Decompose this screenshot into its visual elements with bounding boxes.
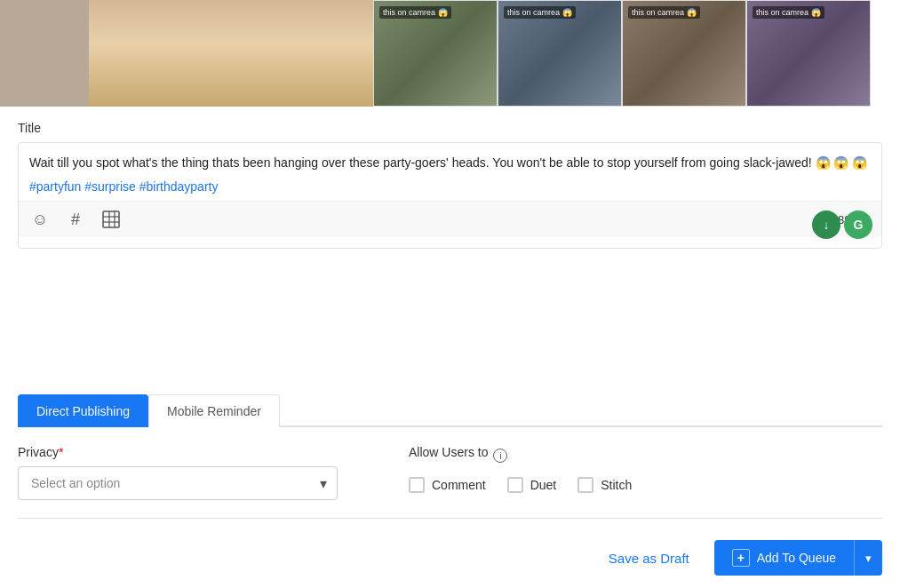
main-preview <box>0 0 373 107</box>
thumb-overlay-2: this on camrea 😱 <box>504 6 576 19</box>
text-editor[interactable]: Wait till you spot what's the thing that… <box>18 142 882 249</box>
allow-label-row: Allow Users to i <box>409 445 882 466</box>
comment-checkbox[interactable] <box>409 477 425 493</box>
hashtag-icon[interactable]: # <box>65 209 86 230</box>
chevron-down-icon: ▾ <box>865 552 872 565</box>
title-label: Title <box>18 121 882 135</box>
thumbnail-item[interactable]: this on camrea 😱 <box>622 0 746 107</box>
tab-mobile-reminder[interactable]: Mobile Reminder <box>148 394 280 427</box>
grammar-buttons: ↓ G <box>812 211 872 239</box>
thumbnail-item[interactable]: this on camrea 😱 <box>373 0 498 107</box>
main-content: Title Wait till you spot what's the thin… <box>0 107 900 391</box>
thumbnail-strip: this on camrea 😱 this on camrea 😱 this o… <box>373 0 900 107</box>
editor-toolbar: ☺ # 188 # <box>19 201 881 237</box>
grammar-btn-2[interactable]: G <box>844 211 872 239</box>
add-queue-dropdown-button[interactable]: ▾ <box>854 540 882 576</box>
add-queue-label: Add To Queue <box>757 551 836 565</box>
thumb-overlay-1: this on camrea 😱 <box>379 6 451 19</box>
duet-label: Duet <box>530 478 557 492</box>
checkbox-comment[interactable]: Comment <box>409 477 486 493</box>
thumbnail-item[interactable]: this on camrea 😱 <box>498 0 622 107</box>
plus-icon: + <box>732 549 750 567</box>
checkbox-duet[interactable]: Duet <box>507 477 557 493</box>
media-section: this on camrea 😱 this on camrea 😱 this o… <box>0 0 900 107</box>
page-wrapper: this on camrea 😱 this on camrea 😱 this o… <box>0 0 900 588</box>
info-icon[interactable]: i <box>493 449 507 463</box>
add-queue-group: + Add To Queue ▾ <box>714 540 882 576</box>
restaurant-scene <box>89 0 373 107</box>
preview-left-panel <box>0 0 89 107</box>
tab-direct-publishing[interactable]: Direct Publishing <box>18 394 148 427</box>
privacy-select-wrapper: Select an option Public Friends Only Me … <box>18 466 338 500</box>
thumbnail-item[interactable]: this on camrea 😱 <box>746 0 871 107</box>
tabs-section: Direct Publishing Mobile Reminder <box>0 394 900 427</box>
add-to-queue-button[interactable]: + Add To Queue <box>714 540 854 576</box>
stitch-checkbox[interactable] <box>577 477 593 493</box>
allow-users-label: Allow Users to <box>409 445 488 459</box>
checkboxes-row: Comment Duet Stitch <box>409 477 882 493</box>
table-icon[interactable] <box>100 209 122 230</box>
required-star: * <box>59 445 63 459</box>
thumb-overlay-3: this on camrea 😱 <box>628 6 700 19</box>
duet-checkbox[interactable] <box>507 477 523 493</box>
stitch-label: Stitch <box>601 478 632 492</box>
save-draft-button[interactable]: Save as Draft <box>598 544 700 573</box>
privacy-group: Privacy* Select an option Public Friends… <box>18 445 373 500</box>
checkbox-stitch[interactable]: Stitch <box>577 477 632 493</box>
emoji-icon[interactable]: ☺ <box>29 209 51 230</box>
privacy-label: Privacy* <box>18 445 373 459</box>
editor-body-text[interactable]: Wait till you spot what's the thing that… <box>29 154 871 172</box>
svg-rect-0 <box>103 211 119 227</box>
tabs-container: Direct Publishing Mobile Reminder <box>18 394 882 427</box>
toolbar-icons: ☺ # <box>29 209 122 230</box>
comment-label: Comment <box>432 478 486 492</box>
editor-hashtags[interactable]: #partyfun #surprise #birthdayparty <box>29 179 871 194</box>
footer-section: Save as Draft + Add To Queue ▾ <box>0 528 900 588</box>
allow-users-group: Allow Users to i Comment Duet Stitch <box>409 445 882 493</box>
privacy-select[interactable]: Select an option Public Friends Only Me <box>18 466 338 500</box>
form-section: Privacy* Select an option Public Friends… <box>0 427 900 509</box>
footer-divider <box>18 518 882 519</box>
grammar-btn-1[interactable]: ↓ <box>812 211 840 239</box>
preview-right-panel <box>89 0 373 107</box>
thumb-overlay-4: this on camrea 😱 <box>753 6 824 19</box>
